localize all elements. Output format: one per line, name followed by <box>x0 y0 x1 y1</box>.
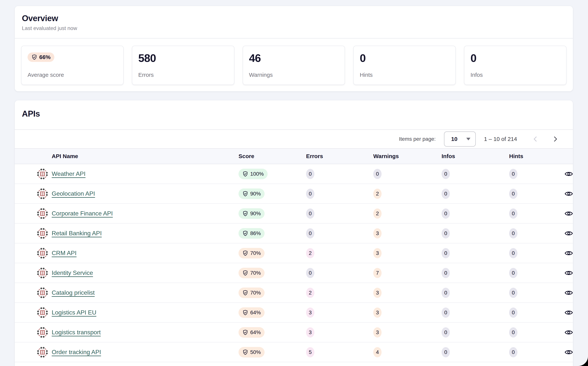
view-api-button[interactable] <box>562 167 576 181</box>
view-api-button[interactable] <box>562 246 576 260</box>
errors-cell: 0 <box>306 208 373 219</box>
warnings-cell: 3 <box>373 307 442 318</box>
hints-cell: 0 <box>509 288 562 298</box>
api-name-cell: Geolocation API <box>37 188 238 199</box>
stat-card-warnings: 46 Warnings <box>243 46 345 85</box>
warnings-badge: 3 <box>373 288 382 298</box>
stat-value: 0 <box>360 53 449 64</box>
page-size-select[interactable]: 10 <box>444 131 476 147</box>
api-name-link[interactable]: Logistics API EU <box>52 309 96 316</box>
stat-card-infos: 0 Infos <box>464 46 566 85</box>
warnings-cell: 2 <box>373 208 442 219</box>
column-header-infos: Infos <box>442 153 509 160</box>
warnings-cell: 2 <box>373 189 442 199</box>
view-api-button[interactable] <box>562 286 576 300</box>
hints-badge: 0 <box>509 307 517 318</box>
column-header-errors: Errors <box>306 153 373 160</box>
actions-cell <box>562 207 576 220</box>
api-icon <box>37 267 48 278</box>
table-row: Corporate Finance API 90% 0 2 0 0 <box>15 204 573 224</box>
score-badge: 64% <box>238 307 265 318</box>
hints-cell: 0 <box>509 189 562 199</box>
view-api-button[interactable] <box>562 266 576 280</box>
warnings-cell: 3 <box>373 228 442 238</box>
shield-check-icon <box>242 230 248 236</box>
infos-badge: 0 <box>442 248 450 258</box>
score-cell: 70% <box>238 248 306 259</box>
actions-cell <box>562 326 576 339</box>
stat-label: Average score <box>28 72 117 78</box>
column-header-api-name: API Name <box>37 153 238 160</box>
stat-value: 580 <box>138 53 228 64</box>
view-api-button[interactable] <box>562 187 576 200</box>
actions-cell <box>562 167 576 181</box>
errors-badge: 2 <box>306 248 314 258</box>
api-name-cell: Logistics transport <box>37 327 238 338</box>
table-row: Retail Banking API 86% 0 3 0 0 <box>15 224 573 243</box>
view-api-button[interactable] <box>562 345 576 359</box>
overview-header: Overview Last evaluated just now <box>15 6 573 38</box>
actions-cell <box>562 246 576 260</box>
api-name-link[interactable]: Retail Banking API <box>52 230 102 237</box>
chevron-right-icon <box>552 136 559 143</box>
score-badge: 50% <box>238 347 265 358</box>
warnings-cell: 0 <box>373 169 442 179</box>
view-api-button[interactable] <box>562 326 576 339</box>
score-cell: 86% <box>238 228 306 239</box>
warnings-cell: 7 <box>373 268 442 278</box>
view-api-button[interactable] <box>562 306 576 319</box>
api-name-link[interactable]: CRM API <box>52 250 76 257</box>
errors-badge: 3 <box>306 327 314 337</box>
hints-cell: 0 <box>509 208 562 219</box>
api-icon <box>37 248 48 259</box>
view-api-button[interactable] <box>562 207 576 220</box>
warnings-cell: 3 <box>373 288 442 298</box>
shield-check-icon <box>242 310 248 316</box>
table-row: Logistics transport 64% 3 3 0 0 <box>15 323 573 343</box>
view-api-button[interactable] <box>562 227 576 240</box>
api-name-cell: Logistics API EU <box>37 307 238 318</box>
overview-title: Overview <box>22 13 566 23</box>
hints-cell: 0 <box>509 307 562 318</box>
api-name-link[interactable]: Logistics transport <box>52 329 101 336</box>
score-cell: 50% <box>238 347 306 358</box>
app-page: Overview Last evaluated just now 66% Ave… <box>0 0 588 366</box>
api-name-link[interactable]: Corporate Finance API <box>52 210 113 217</box>
stat-label: Warnings <box>249 72 339 78</box>
api-name-link[interactable]: Geolocation API <box>52 190 95 197</box>
eye-icon <box>565 310 573 316</box>
api-name-cell: Order tracking API <box>37 347 238 358</box>
caret-down-icon <box>466 138 470 140</box>
errors-cell: 2 <box>306 288 373 298</box>
overview-subtitle: Last evaluated just now <box>22 25 566 32</box>
warnings-badge: 3 <box>373 228 382 238</box>
hints-badge: 0 <box>509 347 517 357</box>
shield-check-icon <box>31 54 37 60</box>
hints-cell: 0 <box>509 228 562 238</box>
hints-badge: 0 <box>509 189 517 199</box>
infos-cell: 0 <box>442 347 509 357</box>
eye-icon <box>565 250 573 256</box>
infos-badge: 0 <box>442 208 450 219</box>
api-name-link[interactable]: Order tracking API <box>52 349 101 356</box>
api-name-link[interactable]: Catalog pricelist <box>52 289 95 296</box>
previous-page-button[interactable] <box>530 133 541 145</box>
shield-check-icon <box>242 250 248 256</box>
hints-badge: 0 <box>509 228 517 238</box>
eye-icon <box>565 290 573 296</box>
score-badge: 64% <box>238 327 265 338</box>
api-icon <box>37 188 48 199</box>
hints-badge: 0 <box>509 169 517 179</box>
table-row: Weather API 100% 0 0 0 0 <box>15 164 573 184</box>
stat-value: 0 <box>470 53 560 64</box>
shield-check-icon <box>242 349 248 355</box>
infos-badge: 0 <box>442 268 450 278</box>
hints-badge: 0 <box>509 248 517 258</box>
api-name-link[interactable]: Identity Service <box>52 269 93 276</box>
next-page-button[interactable] <box>550 133 561 145</box>
infos-cell: 0 <box>442 248 509 258</box>
api-name-link[interactable]: Weather API <box>52 170 85 177</box>
shield-check-icon <box>242 329 248 336</box>
score-cell: 70% <box>238 268 306 278</box>
stat-label: Infos <box>470 72 560 78</box>
